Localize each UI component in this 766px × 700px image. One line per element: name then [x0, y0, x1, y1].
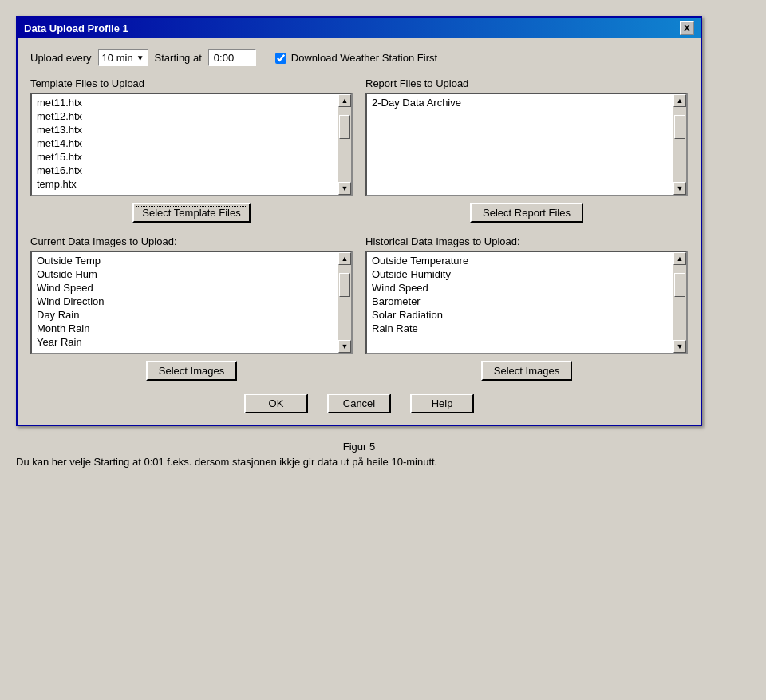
download-weather-label: Download Weather Station First [291, 52, 437, 64]
dropdown-arrow-icon: ▼ [136, 53, 144, 62]
current-images-title: Current Data Images to Upload: [30, 235, 353, 247]
ok-button[interactable]: OK [244, 394, 308, 413]
report-files-list[interactable]: 2-Day Data Archive [367, 94, 673, 195]
list-item[interactable]: 2-Day Data Archive [369, 96, 672, 109]
list-item[interactable]: temp.htx [34, 177, 337, 191]
list-item[interactable]: Solar Radiation [369, 308, 672, 322]
list-item[interactable]: met14.htx [34, 136, 337, 150]
upload-interval-dropdown[interactable]: 10 min ▼ [98, 49, 148, 66]
list-item[interactable]: Wind Speed [34, 281, 337, 295]
upload-every-label: Upload every [30, 52, 92, 64]
caption-area: Figur 5 Du kan her velje Starting at 0:0… [16, 441, 702, 468]
report-files-section: Report Files to Upload 2-Day Data Archiv… [365, 77, 688, 223]
select-historical-images-btn-row: Select Images [365, 361, 688, 381]
list-item[interactable]: Wind Speed [369, 281, 672, 295]
scrollbar-down-button[interactable]: ▼ [338, 182, 351, 195]
scrollbar-up-button-report[interactable]: ▲ [673, 94, 686, 107]
list-item[interactable]: Barometer [369, 295, 672, 308]
list-item[interactable]: met16.htx [34, 164, 337, 177]
title-bar: Data Upload Profile 1 X [18, 18, 701, 38]
report-files-title: Report Files to Upload [365, 77, 688, 89]
scrollbar-thumb-area [338, 107, 351, 182]
window-title: Data Upload Profile 1 [24, 22, 128, 34]
bottom-buttons-row: OK Cancel Help [30, 394, 688, 413]
scrollbar-thumb-current[interactable] [339, 273, 350, 297]
historical-images-section: Historical Data Images to Upload: Outsid… [365, 235, 688, 381]
help-button[interactable]: Help [410, 394, 474, 413]
main-window: Data Upload Profile 1 X Upload every 10 … [16, 16, 702, 426]
select-template-files-button[interactable]: Select Template Files [132, 203, 250, 223]
scrollbar-track: ▲ ▼ [338, 94, 351, 195]
historical-images-list[interactable]: Outside Temperature Outside Humidity Win… [367, 252, 673, 353]
list-item[interactable]: Outside Temp [34, 254, 337, 267]
list-item[interactable]: Outside Humidity [369, 267, 672, 281]
select-report-btn-row: Select Report Files [365, 203, 688, 223]
current-images-list[interactable]: Outside Temp Outside Hum Wind Speed Wind… [32, 252, 338, 353]
list-item[interactable]: met12.htx [34, 109, 337, 123]
scrollbar-down-button-report[interactable]: ▼ [673, 182, 686, 195]
list-item[interactable]: Day Rain [34, 308, 337, 322]
scrollbar-track-report: ▲ ▼ [673, 94, 686, 195]
scrollbar-thumb-area-report [673, 107, 686, 182]
list-item[interactable]: Wind Direction [34, 295, 337, 308]
list-item[interactable]: Outside Hum [34, 267, 337, 281]
list-item[interactable]: met11.htx [34, 96, 337, 109]
select-current-images-btn-row: Select Images [30, 361, 353, 381]
current-images-listbox: Outside Temp Outside Hum Wind Speed Wind… [30, 251, 353, 354]
download-weather-checkbox[interactable] [275, 53, 286, 64]
current-images-section: Current Data Images to Upload: Outside T… [30, 235, 353, 381]
select-template-btn-row: Select Template Files [30, 203, 353, 223]
list-item[interactable]: Outside Temperature [369, 254, 672, 267]
scrollbar-down-button-hist[interactable]: ▼ [673, 340, 686, 353]
scrollbar-down-button-current[interactable]: ▼ [338, 340, 351, 353]
scrollbar-thumb-report[interactable] [674, 115, 685, 139]
caption-description: Du kan her velje Starting at 0:01 f.eks.… [16, 456, 702, 468]
scrollbar-thumb[interactable] [339, 115, 350, 139]
scrollbar-up-button-hist[interactable]: ▲ [673, 252, 686, 265]
list-item[interactable]: Rain Rate [369, 322, 672, 335]
scrollbar-thumb-hist[interactable] [674, 273, 685, 297]
figure-label: Figur 5 [16, 441, 702, 453]
main-grid: Template Files to Upload met11.htx met12… [30, 77, 688, 381]
scrollbar-up-button-current[interactable]: ▲ [338, 252, 351, 265]
starting-at-value: 0:00 [214, 52, 234, 64]
list-item[interactable]: Month Rain [34, 322, 337, 335]
scrollbar-up-button[interactable]: ▲ [338, 94, 351, 107]
select-report-files-button[interactable]: Select Report Files [470, 203, 583, 223]
list-item[interactable]: met13.htx [34, 123, 337, 136]
template-files-title: Template Files to Upload [30, 77, 353, 89]
top-row: Upload every 10 min ▼ Starting at 0:00 D… [30, 49, 688, 66]
list-item[interactable]: Year Rain [34, 335, 337, 349]
scrollbar-thumb-area-hist [673, 265, 686, 340]
starting-at-input[interactable]: 0:00 [208, 49, 256, 66]
template-files-list[interactable]: met11.htx met12.htx met13.htx met14.htx … [32, 94, 338, 195]
template-files-section: Template Files to Upload met11.htx met12… [30, 77, 353, 223]
select-current-images-button[interactable]: Select Images [146, 361, 237, 381]
scrollbar-track-current: ▲ ▼ [338, 252, 351, 353]
historical-images-listbox: Outside Temperature Outside Humidity Win… [365, 251, 688, 354]
list-item[interactable]: met15.htx [34, 150, 337, 164]
historical-images-title: Historical Data Images to Upload: [365, 235, 688, 247]
select-historical-images-button[interactable]: Select Images [481, 361, 572, 381]
upload-interval-value: 10 min [102, 52, 133, 64]
download-weather-checkbox-area: Download Weather Station First [275, 52, 437, 64]
scrollbar-thumb-area-current [338, 265, 351, 340]
report-files-listbox: 2-Day Data Archive ▲ ▼ [365, 93, 688, 196]
template-files-listbox: met11.htx met12.htx met13.htx met14.htx … [30, 93, 353, 196]
close-button[interactable]: X [680, 21, 694, 35]
cancel-button[interactable]: Cancel [327, 394, 391, 413]
scrollbar-track-hist: ▲ ▼ [673, 252, 686, 353]
starting-at-label: Starting at [155, 52, 202, 64]
